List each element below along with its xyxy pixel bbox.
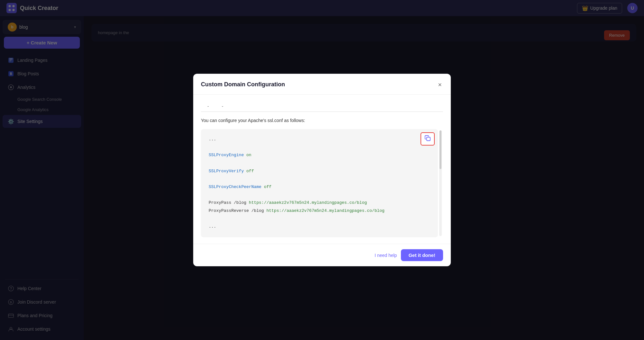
code-keyword-3: SSLProxyVerify: [209, 169, 244, 174]
code-line-2: SSLProxyEngine on: [209, 151, 430, 159]
modal-tabs: - -: [201, 101, 443, 112]
code-dots-7: ...: [209, 224, 216, 229]
code-cmd-6: ProxyPassReverse: [209, 208, 249, 213]
i-need-help-button[interactable]: I need help: [374, 253, 397, 258]
code-line-4: SSLProxyCheckPeerName off: [209, 183, 430, 191]
modal-scrollbar[interactable]: [439, 130, 442, 236]
modal-scrollbar-thumb: [440, 130, 441, 169]
code-cmd-5: ProxyPass: [209, 200, 231, 205]
code-value-3: off: [246, 169, 254, 174]
code-dots-1: ...: [209, 137, 216, 142]
code-line-5: ProxyPass /blog https://aaaekz2v767m5n24…: [209, 199, 430, 207]
code-value-4: off: [264, 184, 271, 189]
code-line-7: ...: [209, 223, 430, 231]
code-block: ... SSLProxyEngine on SSLProxyVerify: [201, 129, 438, 237]
modal-tab-1[interactable]: -: [201, 101, 215, 112]
code-line-3: SSLProxyVerify off: [209, 167, 430, 175]
modal-overlay: Custom Domain Configuration × - - You ca…: [0, 0, 644, 340]
modal-footer: I need help Get it done!: [193, 244, 451, 266]
modal-body: - - You can configure your Apache's ssl.…: [193, 95, 451, 244]
code-line-1: ...: [209, 136, 430, 144]
copy-icon: [424, 135, 431, 143]
custom-domain-modal: Custom Domain Configuration × - - You ca…: [193, 74, 451, 266]
svg-rect-20: [427, 137, 430, 141]
code-url-6: https://aaaekz2v767m5n24.mylandingpages.…: [266, 208, 384, 213]
code-keyword-2: SSLProxyEngine: [209, 153, 244, 157]
modal-title: Custom Domain Configuration: [201, 81, 285, 88]
code-path-6: /blog: [251, 208, 264, 213]
modal-scroll-area: ... SSLProxyEngine on SSLProxyVerify: [201, 129, 443, 237]
config-description: You can configure your Apache's ssl.conf…: [201, 117, 443, 124]
get-it-done-button[interactable]: Get it done!: [401, 249, 443, 261]
copy-code-button[interactable]: [421, 132, 435, 146]
code-keyword-4: SSLProxyCheckPeerName: [209, 184, 261, 189]
code-line-6: ProxyPassReverse /blog https://aaaekz2v7…: [209, 207, 430, 215]
modal-tab-2[interactable]: -: [215, 101, 230, 112]
modal-close-button[interactable]: ×: [437, 80, 443, 89]
code-path-5: /blog: [234, 200, 246, 205]
code-scroll-content: ... SSLProxyEngine on SSLProxyVerify: [201, 129, 438, 237]
modal-header: Custom Domain Configuration ×: [193, 74, 451, 95]
code-url-5: https://aaaekz2v767m5n24.mylandingpages.…: [249, 200, 367, 205]
code-value-2: on: [246, 153, 251, 157]
